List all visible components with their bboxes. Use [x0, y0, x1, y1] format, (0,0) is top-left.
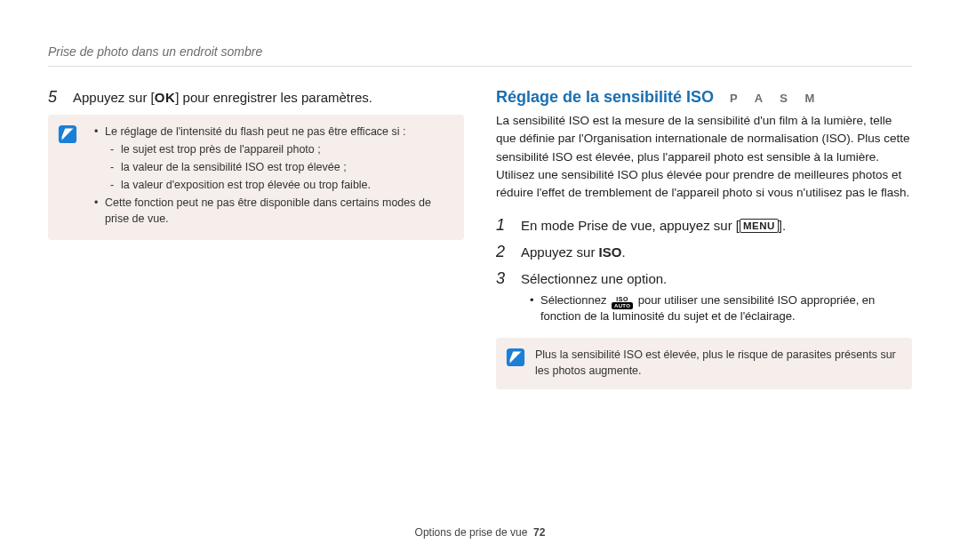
step-number: 3 — [496, 269, 512, 288]
menu-icon: MENU — [740, 219, 779, 233]
info-icon — [505, 347, 526, 368]
step-number: 2 — [496, 243, 512, 261]
note-box-2: Plus la sensibilité ISO est élevée, plus… — [496, 338, 912, 389]
step-2: 2 Appuyez sur ISO. — [496, 243, 912, 262]
section-title-row: Réglage de la sensibilité ISO P A S M — [496, 88, 912, 107]
intro-paragraph: La sensibilité ISO est la mesure de la s… — [496, 112, 912, 202]
ok-icon: OK — [155, 90, 176, 105]
step-text-post: ] pour enregistrer les paramètres. — [175, 90, 372, 105]
footer-page-number: 72 — [533, 526, 545, 539]
step3-bullet-pre: Sélectionnez — [540, 293, 610, 307]
step2-post: . — [621, 244, 625, 260]
step-text: Sélectionnez une option. Sélectionnez IS… — [521, 269, 912, 325]
note-content: Le réglage de l'intensité du flash peut … — [87, 124, 452, 229]
step1-pre: En mode Prise de vue, appuyez sur [ — [521, 218, 740, 233]
right-column: Réglage de la sensibilité ISO P A S M La… — [496, 88, 912, 517]
step-5: 5 Appuyez sur [OK] pour enregistrer les … — [48, 88, 464, 108]
note-content-2: Plus la sensibilité ISO est élevée, plus… — [535, 347, 900, 379]
mode-letters: P A S M — [730, 92, 821, 105]
step3-bullet: Sélectionnez ISOAUTO pour utiliser une s… — [530, 292, 912, 326]
step-text: Appuyez sur [OK] pour enregistrer les pa… — [73, 88, 372, 108]
step-text: Appuyez sur ISO. — [521, 243, 626, 262]
step1-post: ]. — [779, 218, 786, 233]
step2-pre: Appuyez sur — [521, 244, 599, 260]
step3-text: Sélectionnez une option. — [521, 271, 667, 286]
note-bullet-2: Cette fonction peut ne pas être disponib… — [94, 195, 452, 227]
page: Prise de photo dans un endroit sombre 5 … — [0, 0, 960, 560]
note-sub-1: le sujet est trop près de l'appareil pho… — [110, 141, 452, 157]
columns: 5 Appuyez sur [OK] pour enregistrer les … — [48, 88, 912, 517]
step-number: 5 — [48, 88, 64, 107]
note-bullet-1: Le réglage de l'intensité du flash peut … — [105, 125, 406, 138]
step-number: 1 — [496, 216, 512, 235]
step-text-pre: Appuyez sur [ — [73, 90, 155, 105]
step-1: 1 En mode Prise de vue, appuyez sur [MEN… — [496, 216, 912, 236]
breadcrumb: Prise de photo dans un endroit sombre — [48, 44, 912, 67]
note-sub-2: la valeur de la sensibilité ISO est trop… — [110, 159, 452, 175]
step-3: 3 Sélectionnez une option. Sélectionnez … — [496, 269, 912, 325]
page-footer: Options de prise de vue 72 — [48, 517, 912, 539]
info-icon — [57, 124, 78, 145]
step-text: En mode Prise de vue, appuyez sur [MENU]… — [521, 216, 786, 236]
left-column: 5 Appuyez sur [OK] pour enregistrer les … — [48, 88, 464, 517]
iso-auto-icon: ISOAUTO — [610, 295, 635, 309]
section-title: Réglage de la sensibilité ISO — [496, 88, 714, 107]
footer-section: Options de prise de vue — [415, 526, 528, 539]
note-sub-3: la valeur d'exposition est trop élevée o… — [110, 177, 452, 193]
step2-bold: ISO — [599, 244, 622, 260]
note-box: Le réglage de l'intensité du flash peut … — [48, 115, 464, 240]
